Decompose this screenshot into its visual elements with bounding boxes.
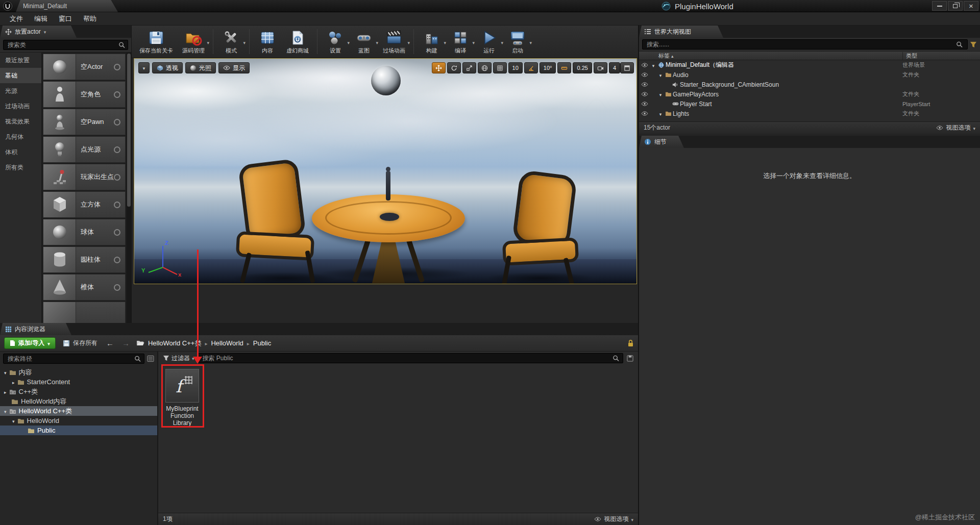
menu-help[interactable]: 帮助 xyxy=(78,12,102,26)
launch-button[interactable]: 启动 xyxy=(503,27,532,57)
view-options-button[interactable]: 视图选项 xyxy=(604,515,628,523)
list-item-empty-character[interactable]: 空角色 xyxy=(43,81,126,108)
expand-arrow-icon[interactable] xyxy=(12,417,15,424)
drag-handle-icon[interactable] xyxy=(114,119,120,126)
modes-button[interactable]: 模式 xyxy=(217,27,246,57)
move-tool-button[interactable] xyxy=(432,62,446,73)
show-menu-button[interactable]: 显示 xyxy=(218,62,250,73)
drag-handle-icon[interactable] xyxy=(114,174,120,181)
level-tab[interactable]: Minimal_Default xyxy=(16,0,118,12)
visibility-eye-icon[interactable] xyxy=(639,72,650,77)
asset-search-input[interactable] xyxy=(198,353,623,363)
minimize-button[interactable] xyxy=(932,1,947,11)
drag-handle-icon[interactable] xyxy=(114,229,120,236)
forward-arrow-button[interactable]: → xyxy=(120,339,131,347)
menu-file[interactable]: 文件 xyxy=(4,12,29,26)
marketplace-button[interactable]: 虚幻商城 xyxy=(282,27,313,57)
compile-button[interactable]: 编译 xyxy=(446,27,475,57)
lit-mode-button[interactable]: 光照 xyxy=(185,62,216,73)
scale-snap-value[interactable]: 0.25 xyxy=(573,62,592,73)
list-item-cylinder[interactable]: 圆柱体 xyxy=(43,246,126,273)
expand-arrow-icon[interactable] xyxy=(657,71,664,79)
view-options-button[interactable]: 视图选项 xyxy=(946,123,970,132)
visibility-eye-icon[interactable] xyxy=(639,63,650,67)
scale-snap-button[interactable] xyxy=(557,62,571,73)
list-item-sphere[interactable]: 球体 xyxy=(43,219,126,245)
add-import-button[interactable]: 添加/导入 xyxy=(4,337,56,349)
visibility-eye-icon[interactable] xyxy=(639,102,650,106)
restore-button[interactable] xyxy=(948,1,963,11)
expand-arrow-icon[interactable] xyxy=(4,388,7,395)
visibility-eye-icon[interactable] xyxy=(639,92,650,96)
visibility-eye-icon[interactable] xyxy=(639,111,650,116)
category-geometry[interactable]: 几何体 xyxy=(0,129,41,144)
scale-tool-button[interactable] xyxy=(462,62,476,73)
list-item-player-start[interactable]: 玩家出生点 xyxy=(43,164,126,190)
filters-button[interactable]: 过滤器 xyxy=(163,354,194,363)
tree-item-helloworld[interactable]: HelloWorld xyxy=(0,416,157,426)
breadcrumb-item[interactable]: Public xyxy=(253,339,271,347)
drag-handle-icon[interactable] xyxy=(114,257,120,263)
tree-item-content[interactable]: 内容 xyxy=(0,367,157,377)
category-cinematic[interactable]: 过场动画 xyxy=(0,98,41,114)
expand-arrow-icon[interactable] xyxy=(12,378,15,386)
outliner-row-level[interactable]: Minimal_Default（编辑器 世界场景 xyxy=(639,60,980,70)
camera-speed-value[interactable]: 4 xyxy=(609,62,620,73)
grid-snap-button[interactable] xyxy=(493,62,507,73)
outliner-row-ambient-sound[interactable]: Starter_Background_CAmbientSoun xyxy=(639,80,980,89)
tree-item-helloworld-cpp-classes[interactable]: HelloWorld C++类 xyxy=(0,406,157,416)
category-basic[interactable]: 基础 xyxy=(0,68,41,83)
tree-item-cpp-classes[interactable]: C++类 xyxy=(0,387,157,396)
drag-handle-icon[interactable] xyxy=(114,284,120,291)
scrollbar-thumb[interactable] xyxy=(127,54,131,207)
place-actors-tab[interactable]: 放置actor xyxy=(0,26,77,38)
rotate-tool-button[interactable] xyxy=(447,62,461,73)
back-arrow-button[interactable]: ← xyxy=(105,339,115,347)
list-item-cube[interactable]: 立方体 xyxy=(43,191,126,218)
content-button[interactable]: 内容 xyxy=(253,27,282,57)
visibility-eye-icon[interactable] xyxy=(639,82,650,87)
class-search-input[interactable] xyxy=(3,40,128,50)
drag-handle-icon[interactable] xyxy=(114,64,120,70)
tree-item-starter-content[interactable]: StarterContent xyxy=(0,377,157,387)
blueprints-button[interactable]: 蓝图 xyxy=(350,27,378,57)
category-lights[interactable]: 光源 xyxy=(0,83,41,98)
category-visual-effects[interactable]: 视觉效果 xyxy=(0,114,41,129)
lock-icon[interactable] xyxy=(627,339,634,347)
save-level-button[interactable]: 保存当前关卡 xyxy=(135,27,178,57)
maximize-viewport-button[interactable] xyxy=(620,62,634,73)
place-actors-scrollbar[interactable] xyxy=(127,53,131,323)
outliner-row-player-start[interactable]: Player Start PlayerStart xyxy=(639,99,980,109)
outliner-row-gameplay-actors[interactable]: GamePlayActors 文件夹 xyxy=(639,89,980,99)
category-volumes[interactable]: 体积 xyxy=(0,144,41,160)
drag-handle-icon[interactable] xyxy=(114,146,120,153)
category-recent[interactable]: 最近放置 xyxy=(0,53,41,68)
cinematics-button[interactable]: 过场动画 xyxy=(378,27,410,57)
grid-snap-value[interactable]: 10 xyxy=(508,62,523,73)
expand-arrow-icon[interactable] xyxy=(657,91,664,98)
category-all-classes[interactable]: 所有类 xyxy=(0,160,41,175)
drag-handle-icon[interactable] xyxy=(114,91,120,98)
list-item-cone[interactable]: 椎体 xyxy=(43,274,126,301)
expand-arrow-icon[interactable] xyxy=(4,368,7,376)
angle-snap-value[interactable]: 10° xyxy=(540,62,556,73)
angle-snap-button[interactable] xyxy=(524,62,538,73)
play-button[interactable]: 运行 xyxy=(475,27,503,57)
list-item-empty-pawn[interactable]: 空Pawn xyxy=(43,109,126,135)
breadcrumb-item[interactable]: HelloWorld C++类 xyxy=(148,339,202,348)
list-item-empty-actor[interactable]: 空Actor xyxy=(43,54,126,80)
outliner-search-input[interactable] xyxy=(642,39,968,49)
expand-arrow-icon[interactable] xyxy=(657,110,664,117)
settings-button[interactable]: 设置 xyxy=(321,27,350,57)
outliner-row-lights[interactable]: Lights 文件夹 xyxy=(639,109,980,118)
content-browser-tab[interactable]: 内容浏览器 xyxy=(0,323,71,335)
world-local-toggle-button[interactable] xyxy=(478,62,492,73)
menu-window[interactable]: 窗口 xyxy=(53,12,78,26)
save-search-icon[interactable] xyxy=(627,355,633,362)
world-outliner-tab[interactable]: 世界大纲视图 xyxy=(639,26,723,38)
expand-arrow-icon[interactable] xyxy=(650,62,656,69)
build-button[interactable]: 构建 xyxy=(418,27,446,57)
drag-handle-icon[interactable] xyxy=(114,202,120,208)
breadcrumb-item[interactable]: HelloWorld xyxy=(211,339,243,347)
source-control-button[interactable]: 源码管理 xyxy=(178,27,209,57)
